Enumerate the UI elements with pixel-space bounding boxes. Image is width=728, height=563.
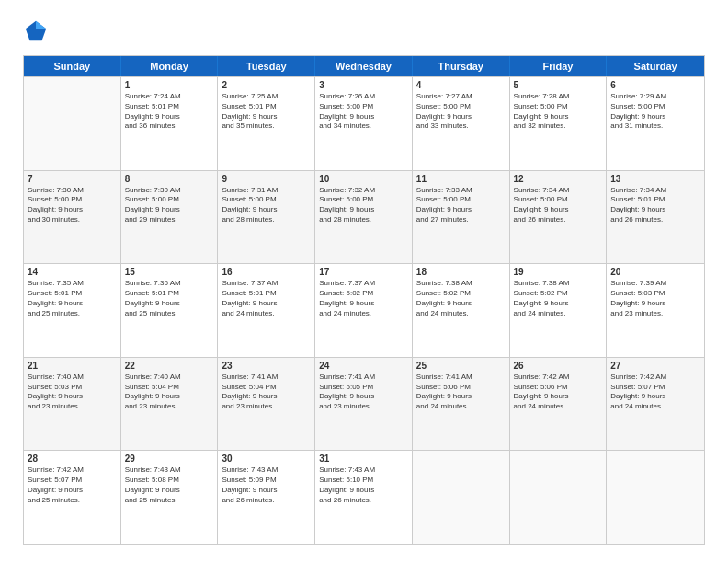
- day-number: 5: [514, 80, 603, 90]
- day-cell-20: 20Sunrise: 7:39 AM Sunset: 5:03 PM Dayli…: [607, 264, 704, 357]
- logo: [23, 18, 52, 44]
- day-info: Sunrise: 7:41 AM Sunset: 5:04 PM Dayligh…: [222, 373, 311, 412]
- day-cell-23: 23Sunrise: 7:41 AM Sunset: 5:04 PM Dayli…: [218, 358, 315, 451]
- day-cell-6: 6Sunrise: 7:29 AM Sunset: 5:00 PM Daylig…: [607, 77, 704, 170]
- day-info: Sunrise: 7:42 AM Sunset: 5:06 PM Dayligh…: [514, 373, 603, 412]
- day-number: 17: [319, 267, 408, 277]
- header-cell-sunday: Sunday: [24, 56, 121, 76]
- day-info: Sunrise: 7:43 AM Sunset: 5:09 PM Dayligh…: [222, 465, 311, 505]
- header-cell-thursday: Thursday: [413, 56, 510, 76]
- cal-row-0: 1Sunrise: 7:24 AM Sunset: 5:01 PM Daylig…: [24, 76, 704, 170]
- day-number: 27: [610, 361, 700, 371]
- day-info: Sunrise: 7:26 AM Sunset: 5:00 PM Dayligh…: [319, 92, 408, 132]
- day-number: 12: [514, 174, 603, 184]
- day-number: 18: [416, 267, 506, 277]
- logo-icon: [23, 18, 49, 44]
- day-cell-10: 10Sunrise: 7:32 AM Sunset: 5:00 PM Dayli…: [315, 171, 413, 264]
- header-cell-tuesday: Tuesday: [218, 56, 315, 76]
- day-number: 20: [610, 267, 700, 277]
- day-info: Sunrise: 7:40 AM Sunset: 5:03 PM Dayligh…: [28, 373, 117, 412]
- day-number: 24: [319, 361, 408, 371]
- day-info: Sunrise: 7:43 AM Sunset: 5:08 PM Dayligh…: [125, 465, 214, 505]
- cal-row-4: 28Sunrise: 7:42 AM Sunset: 5:07 PM Dayli…: [24, 450, 704, 544]
- calendar-header: SundayMondayTuesdayWednesdayThursdayFrid…: [24, 56, 704, 76]
- day-number: 2: [222, 80, 311, 90]
- day-number: 13: [610, 174, 700, 184]
- day-info: Sunrise: 7:37 AM Sunset: 5:01 PM Dayligh…: [222, 279, 311, 318]
- svg-marker-1: [36, 21, 46, 29]
- day-cell-21: 21Sunrise: 7:40 AM Sunset: 5:03 PM Dayli…: [24, 358, 121, 451]
- day-cell-16: 16Sunrise: 7:37 AM Sunset: 5:01 PM Dayli…: [218, 264, 315, 357]
- empty-cell: [607, 451, 704, 544]
- day-number: 7: [28, 174, 117, 184]
- header-cell-monday: Monday: [121, 56, 219, 76]
- day-info: Sunrise: 7:28 AM Sunset: 5:00 PM Dayligh…: [514, 92, 603, 132]
- day-number: 15: [125, 267, 214, 277]
- day-number: 22: [125, 361, 214, 371]
- day-cell-30: 30Sunrise: 7:43 AM Sunset: 5:09 PM Dayli…: [218, 451, 315, 544]
- day-cell-26: 26Sunrise: 7:42 AM Sunset: 5:06 PM Dayli…: [510, 358, 608, 451]
- day-number: 23: [222, 361, 311, 371]
- day-cell-29: 29Sunrise: 7:43 AM Sunset: 5:08 PM Dayli…: [121, 451, 219, 544]
- day-cell-2: 2Sunrise: 7:25 AM Sunset: 5:01 PM Daylig…: [218, 77, 315, 170]
- empty-cell: [24, 77, 121, 170]
- day-info: Sunrise: 7:38 AM Sunset: 5:02 PM Dayligh…: [514, 279, 603, 318]
- day-number: 26: [514, 361, 603, 371]
- day-number: 19: [514, 267, 603, 277]
- day-cell-19: 19Sunrise: 7:38 AM Sunset: 5:02 PM Dayli…: [510, 264, 608, 357]
- empty-cell: [413, 451, 510, 544]
- empty-cell: [510, 451, 608, 544]
- day-info: Sunrise: 7:42 AM Sunset: 5:07 PM Dayligh…: [610, 373, 700, 412]
- day-cell-25: 25Sunrise: 7:41 AM Sunset: 5:06 PM Dayli…: [413, 358, 510, 451]
- day-cell-8: 8Sunrise: 7:30 AM Sunset: 5:00 PM Daylig…: [121, 171, 219, 264]
- day-info: Sunrise: 7:33 AM Sunset: 5:00 PM Dayligh…: [416, 186, 506, 225]
- day-info: Sunrise: 7:31 AM Sunset: 5:00 PM Dayligh…: [222, 186, 311, 225]
- day-cell-7: 7Sunrise: 7:30 AM Sunset: 5:00 PM Daylig…: [24, 171, 121, 264]
- day-info: Sunrise: 7:25 AM Sunset: 5:01 PM Dayligh…: [222, 92, 311, 132]
- header: [23, 18, 705, 44]
- day-info: Sunrise: 7:24 AM Sunset: 5:01 PM Dayligh…: [125, 92, 214, 132]
- day-info: Sunrise: 7:35 AM Sunset: 5:01 PM Dayligh…: [28, 279, 117, 318]
- calendar: SundayMondayTuesdayWednesdayThursdayFrid…: [23, 55, 705, 545]
- day-number: 1: [125, 80, 214, 90]
- day-info: Sunrise: 7:36 AM Sunset: 5:01 PM Dayligh…: [125, 279, 214, 318]
- day-cell-12: 12Sunrise: 7:34 AM Sunset: 5:00 PM Dayli…: [510, 171, 608, 264]
- day-number: 4: [416, 80, 506, 90]
- day-info: Sunrise: 7:39 AM Sunset: 5:03 PM Dayligh…: [610, 279, 700, 318]
- day-info: Sunrise: 7:30 AM Sunset: 5:00 PM Dayligh…: [28, 186, 117, 225]
- day-info: Sunrise: 7:41 AM Sunset: 5:06 PM Dayligh…: [416, 373, 506, 412]
- day-number: 31: [319, 454, 408, 464]
- day-number: 29: [125, 454, 214, 464]
- day-number: 28: [28, 454, 117, 464]
- day-info: Sunrise: 7:43 AM Sunset: 5:10 PM Dayligh…: [319, 465, 408, 505]
- cal-row-2: 14Sunrise: 7:35 AM Sunset: 5:01 PM Dayli…: [24, 263, 704, 357]
- day-cell-28: 28Sunrise: 7:42 AM Sunset: 5:07 PM Dayli…: [24, 451, 121, 544]
- day-number: 8: [125, 174, 214, 184]
- header-cell-friday: Friday: [510, 56, 608, 76]
- day-info: Sunrise: 7:42 AM Sunset: 5:07 PM Dayligh…: [28, 465, 117, 505]
- day-cell-9: 9Sunrise: 7:31 AM Sunset: 5:00 PM Daylig…: [218, 171, 315, 264]
- day-info: Sunrise: 7:32 AM Sunset: 5:00 PM Dayligh…: [319, 186, 408, 225]
- day-cell-14: 14Sunrise: 7:35 AM Sunset: 5:01 PM Dayli…: [24, 264, 121, 357]
- day-cell-22: 22Sunrise: 7:40 AM Sunset: 5:04 PM Dayli…: [121, 358, 219, 451]
- day-number: 3: [319, 80, 408, 90]
- day-cell-1: 1Sunrise: 7:24 AM Sunset: 5:01 PM Daylig…: [121, 77, 219, 170]
- calendar-body: 1Sunrise: 7:24 AM Sunset: 5:01 PM Daylig…: [24, 76, 704, 544]
- cal-row-3: 21Sunrise: 7:40 AM Sunset: 5:03 PM Dayli…: [24, 357, 704, 451]
- day-number: 21: [28, 361, 117, 371]
- day-number: 6: [610, 80, 700, 90]
- day-info: Sunrise: 7:41 AM Sunset: 5:05 PM Dayligh…: [319, 373, 408, 412]
- day-number: 11: [416, 174, 506, 184]
- day-info: Sunrise: 7:27 AM Sunset: 5:00 PM Dayligh…: [416, 92, 506, 132]
- day-cell-24: 24Sunrise: 7:41 AM Sunset: 5:05 PM Dayli…: [315, 358, 413, 451]
- day-info: Sunrise: 7:29 AM Sunset: 5:00 PM Dayligh…: [610, 92, 700, 132]
- day-number: 10: [319, 174, 408, 184]
- day-cell-18: 18Sunrise: 7:38 AM Sunset: 5:02 PM Dayli…: [413, 264, 510, 357]
- day-cell-4: 4Sunrise: 7:27 AM Sunset: 5:00 PM Daylig…: [413, 77, 510, 170]
- day-cell-31: 31Sunrise: 7:43 AM Sunset: 5:10 PM Dayli…: [315, 451, 413, 544]
- day-cell-13: 13Sunrise: 7:34 AM Sunset: 5:01 PM Dayli…: [607, 171, 704, 264]
- page: SundayMondayTuesdayWednesdayThursdayFrid…: [0, 0, 728, 563]
- day-number: 16: [222, 267, 311, 277]
- day-info: Sunrise: 7:34 AM Sunset: 5:01 PM Dayligh…: [610, 186, 700, 225]
- header-cell-wednesday: Wednesday: [315, 56, 413, 76]
